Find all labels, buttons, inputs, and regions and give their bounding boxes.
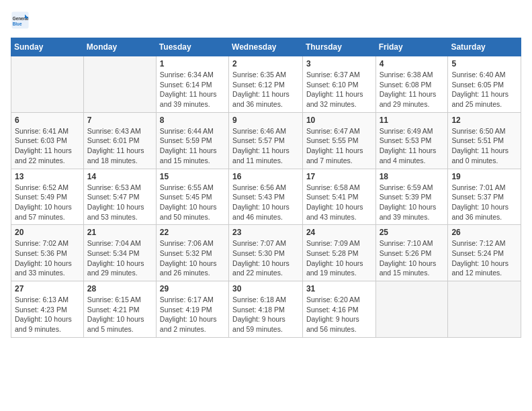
day-cell: 27Sunrise: 6:13 AM Sunset: 4:23 PM Dayli…: [11, 281, 84, 338]
day-cell: [83, 56, 156, 113]
day-detail: Sunrise: 6:43 AM Sunset: 6:01 PM Dayligh…: [87, 126, 152, 166]
day-detail: Sunrise: 6:46 AM Sunset: 5:57 PM Dayligh…: [232, 126, 299, 166]
day-cell: 30Sunrise: 6:18 AM Sunset: 4:18 PM Dayli…: [229, 281, 303, 338]
day-cell: [448, 281, 521, 338]
logo-icon: General Blue: [11, 11, 30, 30]
day-detail: Sunrise: 6:41 AM Sunset: 6:03 PM Dayligh…: [15, 126, 80, 166]
day-number: 24: [306, 228, 372, 237]
day-cell: 11Sunrise: 6:49 AM Sunset: 5:53 PM Dayli…: [375, 112, 448, 169]
logo: General Blue: [11, 11, 34, 30]
day-detail: Sunrise: 6:20 AM Sunset: 4:16 PM Dayligh…: [306, 295, 372, 334]
calendar-body: 1Sunrise: 6:34 AM Sunset: 6:14 PM Daylig…: [11, 56, 521, 338]
day-number: 6: [15, 116, 80, 125]
day-detail: Sunrise: 6:18 AM Sunset: 4:18 PM Dayligh…: [232, 295, 299, 334]
day-detail: Sunrise: 7:12 AM Sunset: 5:24 PM Dayligh…: [451, 238, 517, 278]
week-row-4: 27Sunrise: 6:13 AM Sunset: 4:23 PM Dayli…: [11, 281, 521, 338]
day-detail: Sunrise: 6:56 AM Sunset: 5:43 PM Dayligh…: [232, 183, 299, 222]
day-detail: Sunrise: 7:07 AM Sunset: 5:30 PM Dayligh…: [232, 238, 299, 278]
day-cell: 12Sunrise: 6:50 AM Sunset: 5:51 PM Dayli…: [448, 112, 521, 169]
week-row-3: 20Sunrise: 7:02 AM Sunset: 5:36 PM Dayli…: [11, 225, 521, 281]
day-cell: 8Sunrise: 6:44 AM Sunset: 5:59 PM Daylig…: [156, 112, 228, 169]
day-cell: [11, 56, 84, 113]
day-number: 18: [380, 172, 445, 181]
weekday-monday: Monday: [83, 38, 156, 56]
weekday-sunday: Sunday: [11, 38, 84, 56]
day-number: 2: [232, 59, 299, 68]
day-detail: Sunrise: 7:04 AM Sunset: 5:34 PM Dayligh…: [87, 238, 152, 278]
day-detail: Sunrise: 6:15 AM Sunset: 4:21 PM Dayligh…: [87, 295, 152, 334]
day-cell: 25Sunrise: 7:10 AM Sunset: 5:26 PM Dayli…: [375, 225, 448, 281]
day-cell: 17Sunrise: 6:58 AM Sunset: 5:41 PM Dayli…: [302, 169, 375, 225]
day-cell: 3Sunrise: 6:37 AM Sunset: 6:10 PM Daylig…: [302, 56, 375, 113]
day-cell: 22Sunrise: 7:06 AM Sunset: 5:32 PM Dayli…: [156, 225, 228, 281]
calendar-table: SundayMondayTuesdayWednesdayThursdayFrid…: [11, 38, 521, 338]
day-number: 20: [15, 228, 80, 237]
day-cell: 20Sunrise: 7:02 AM Sunset: 5:36 PM Dayli…: [11, 225, 84, 281]
day-detail: Sunrise: 6:44 AM Sunset: 5:59 PM Dayligh…: [160, 126, 225, 166]
day-number: 5: [451, 59, 517, 68]
day-detail: Sunrise: 7:06 AM Sunset: 5:32 PM Dayligh…: [160, 238, 225, 278]
day-detail: Sunrise: 6:40 AM Sunset: 6:05 PM Dayligh…: [451, 70, 517, 109]
day-number: 14: [87, 172, 152, 181]
weekday-header-row: SundayMondayTuesdayWednesdayThursdayFrid…: [11, 38, 521, 56]
day-cell: 10Sunrise: 6:47 AM Sunset: 5:55 PM Dayli…: [302, 112, 375, 169]
day-number: 25: [380, 228, 445, 237]
day-cell: 15Sunrise: 6:55 AM Sunset: 5:45 PM Dayli…: [156, 169, 228, 225]
day-number: 17: [306, 172, 372, 181]
day-number: 8: [160, 116, 225, 125]
day-number: 4: [380, 59, 445, 68]
day-detail: Sunrise: 6:49 AM Sunset: 5:53 PM Dayligh…: [380, 126, 445, 166]
week-row-0: 1Sunrise: 6:34 AM Sunset: 6:14 PM Daylig…: [11, 56, 521, 113]
day-number: 16: [232, 172, 299, 181]
day-number: 27: [15, 284, 80, 293]
day-cell: 7Sunrise: 6:43 AM Sunset: 6:01 PM Daylig…: [83, 112, 156, 169]
day-detail: Sunrise: 6:59 AM Sunset: 5:39 PM Dayligh…: [380, 183, 445, 222]
day-detail: Sunrise: 7:01 AM Sunset: 5:37 PM Dayligh…: [451, 183, 517, 222]
day-number: 7: [87, 116, 152, 125]
day-number: 30: [232, 284, 299, 293]
day-cell: 1Sunrise: 6:34 AM Sunset: 6:14 PM Daylig…: [156, 56, 228, 113]
day-detail: Sunrise: 6:50 AM Sunset: 5:51 PM Dayligh…: [451, 126, 517, 166]
day-number: 19: [451, 172, 517, 181]
weekday-wednesday: Wednesday: [229, 38, 303, 56]
day-detail: Sunrise: 7:10 AM Sunset: 5:26 PM Dayligh…: [380, 238, 445, 278]
day-number: 9: [232, 116, 299, 125]
day-number: 15: [160, 172, 225, 181]
weekday-friday: Friday: [375, 38, 448, 56]
day-detail: Sunrise: 6:38 AM Sunset: 6:08 PM Dayligh…: [380, 70, 445, 109]
day-detail: Sunrise: 6:58 AM Sunset: 5:41 PM Dayligh…: [306, 183, 372, 222]
day-number: 22: [160, 228, 225, 237]
day-number: 1: [160, 59, 225, 68]
day-cell: 24Sunrise: 7:09 AM Sunset: 5:28 PM Dayli…: [302, 225, 375, 281]
day-number: 26: [451, 228, 517, 237]
day-cell: 9Sunrise: 6:46 AM Sunset: 5:57 PM Daylig…: [229, 112, 303, 169]
day-detail: Sunrise: 6:17 AM Sunset: 4:19 PM Dayligh…: [160, 295, 225, 334]
page-header: General Blue: [11, 11, 521, 30]
day-detail: Sunrise: 6:37 AM Sunset: 6:10 PM Dayligh…: [306, 70, 372, 109]
day-detail: Sunrise: 6:52 AM Sunset: 5:49 PM Dayligh…: [15, 183, 80, 222]
day-number: 31: [306, 284, 372, 293]
day-cell: 23Sunrise: 7:07 AM Sunset: 5:30 PM Dayli…: [229, 225, 303, 281]
day-cell: 14Sunrise: 6:53 AM Sunset: 5:47 PM Dayli…: [83, 169, 156, 225]
weekday-thursday: Thursday: [302, 38, 375, 56]
day-detail: Sunrise: 6:47 AM Sunset: 5:55 PM Dayligh…: [306, 126, 372, 166]
day-number: 13: [15, 172, 80, 181]
day-number: 28: [87, 284, 152, 293]
day-detail: Sunrise: 6:35 AM Sunset: 6:12 PM Dayligh…: [232, 70, 299, 109]
day-cell: 16Sunrise: 6:56 AM Sunset: 5:43 PM Dayli…: [229, 169, 303, 225]
day-cell: [375, 281, 448, 338]
day-number: 29: [160, 284, 225, 293]
day-number: 3: [306, 59, 372, 68]
day-cell: 29Sunrise: 6:17 AM Sunset: 4:19 PM Dayli…: [156, 281, 228, 338]
day-detail: Sunrise: 6:34 AM Sunset: 6:14 PM Dayligh…: [160, 70, 225, 109]
day-number: 10: [306, 116, 372, 125]
day-cell: 18Sunrise: 6:59 AM Sunset: 5:39 PM Dayli…: [375, 169, 448, 225]
day-detail: Sunrise: 6:13 AM Sunset: 4:23 PM Dayligh…: [15, 295, 80, 334]
day-cell: 31Sunrise: 6:20 AM Sunset: 4:16 PM Dayli…: [302, 281, 375, 338]
day-detail: Sunrise: 6:53 AM Sunset: 5:47 PM Dayligh…: [87, 183, 152, 222]
day-cell: 21Sunrise: 7:04 AM Sunset: 5:34 PM Dayli…: [83, 225, 156, 281]
day-cell: 28Sunrise: 6:15 AM Sunset: 4:21 PM Dayli…: [83, 281, 156, 338]
day-cell: 5Sunrise: 6:40 AM Sunset: 6:05 PM Daylig…: [448, 56, 521, 113]
day-detail: Sunrise: 7:09 AM Sunset: 5:28 PM Dayligh…: [306, 238, 372, 278]
week-row-1: 6Sunrise: 6:41 AM Sunset: 6:03 PM Daylig…: [11, 112, 521, 169]
